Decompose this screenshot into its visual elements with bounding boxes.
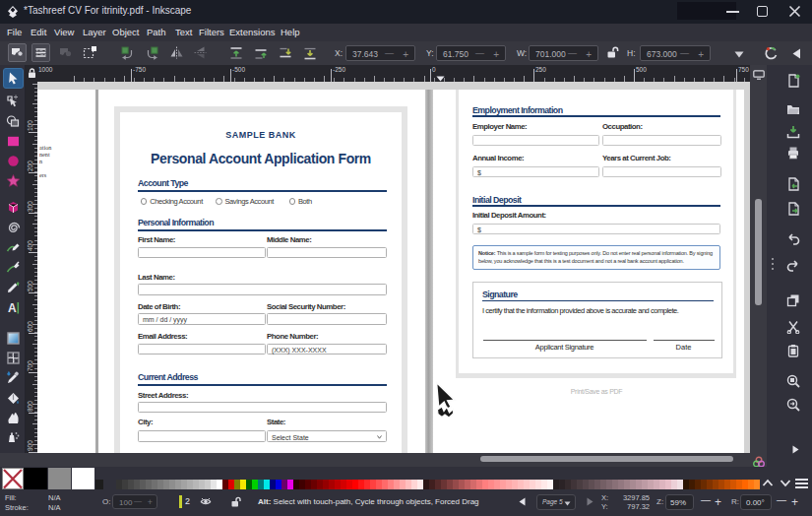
- svg-text:A: A: [8, 301, 17, 315]
